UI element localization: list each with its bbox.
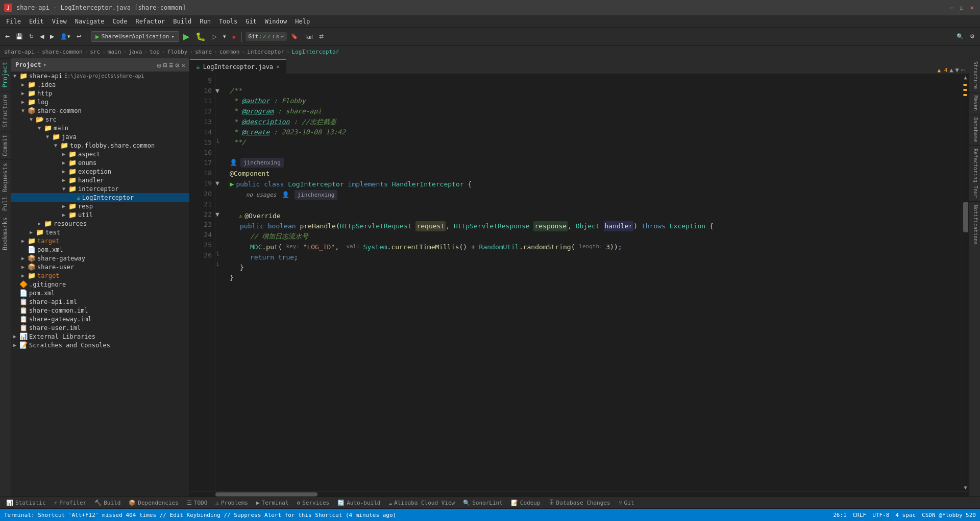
scroll-track[interactable] (962, 81, 969, 484)
bc-share[interactable]: share (195, 49, 212, 55)
tree-resp[interactable]: ▶ 📁 resp (11, 202, 189, 210)
menu-tools[interactable]: Tools (215, 17, 241, 26)
toolbar-save-btn[interactable]: 💾 (14, 30, 25, 43)
tree-share-user-iml[interactable]: 📋 share-user.iml (11, 323, 189, 332)
menu-window[interactable]: Window (261, 17, 291, 26)
tab-dependencies[interactable]: 📦 Dependencies (125, 499, 182, 507)
pull-requests-tab[interactable]: Pull Requests (0, 159, 11, 214)
tree-share-gateway-iml[interactable]: 📋 share-gateway.iml (11, 315, 189, 323)
settings-tree-icon[interactable]: ⚙ (175, 61, 179, 69)
menu-file[interactable]: File (2, 17, 25, 26)
horizontal-scrollbar[interactable] (190, 491, 969, 496)
fold-close2[interactable]: └ (215, 250, 226, 260)
notifications-tab[interactable]: Notifications (969, 202, 980, 248)
bc-main[interactable]: main (108, 49, 121, 55)
refactoring-tour-tab[interactable]: Refactoring Tour (969, 146, 980, 201)
tab-profiler[interactable]: ⚡ Profiler (50, 499, 91, 507)
scroll-thumb[interactable] (963, 202, 968, 232)
minimize-button[interactable]: ─ (947, 4, 955, 12)
code-content[interactable]: /** * @author : Flobby * @program : shar… (226, 74, 962, 491)
tree-scratches[interactable]: ▶ 📝 Scratches and Consoles (11, 341, 189, 349)
toolbar-search[interactable]: 🔍 (954, 30, 966, 43)
bc-java[interactable]: java (129, 49, 142, 55)
project-tab[interactable]: Project (0, 58, 11, 91)
close-panel-icon[interactable]: ✕ (181, 61, 185, 69)
bc-interceptor[interactable]: interceptor (247, 49, 284, 55)
tab-statistic[interactable]: 📊 Statistic (2, 499, 50, 507)
tree-share-common-iml[interactable]: 📋 share-common.iml (11, 306, 189, 315)
structure-panel-tab[interactable]: Structure (969, 58, 980, 92)
toolbar-refresh-btn[interactable]: ↻ (27, 30, 36, 43)
tree-share-api-iml[interactable]: 📋 share-api.iml (11, 297, 189, 306)
toolbar-translate[interactable]: ⇄ (317, 30, 326, 43)
project-dropdown-icon[interactable]: ▾ (43, 62, 47, 68)
bc-src[interactable]: src (90, 49, 100, 55)
tree-enums[interactable]: ▶ 📁 enums (11, 158, 189, 167)
tree-target-root[interactable]: ▶ 📁 target (11, 271, 189, 280)
tab-build[interactable]: 🔨 Build (90, 499, 125, 507)
debug-button[interactable]: 🐛 (193, 32, 208, 41)
tab-db-changes[interactable]: 🗄 Database Changes (545, 499, 615, 507)
tab-close-icon[interactable]: ✕ (276, 63, 280, 70)
tree-resources[interactable]: ▶ 📁 resources (11, 219, 189, 228)
stop-button[interactable]: ■ (230, 30, 238, 43)
cursor-position[interactable]: 26:1 (833, 512, 847, 518)
menu-help[interactable]: Help (291, 17, 314, 26)
scroll-down-btn[interactable]: ▼ (963, 484, 968, 491)
menu-git[interactable]: Git (241, 17, 261, 26)
tree-java[interactable]: ▼ 📁 java (11, 132, 189, 141)
maximize-button[interactable]: □ (958, 4, 966, 12)
tree-idea[interactable]: ▶ 📁 .idea (11, 80, 189, 89)
run-button[interactable]: ▶ (181, 32, 191, 41)
tree-http[interactable]: ▶ 📁 http (11, 89, 189, 98)
structure-tab-left[interactable]: Structure (0, 91, 11, 131)
fold-open3[interactable]: ▼ (215, 209, 226, 220)
tab-problems[interactable]: ⚠ Problems (211, 499, 252, 507)
maven-tab[interactable]: Maven (969, 92, 980, 114)
menu-run[interactable]: Run (195, 17, 215, 26)
toolbar-bookmark[interactable]: 🔖 (289, 30, 300, 43)
tree-package[interactable]: ▼ 📁 top.flobby.share.common (11, 141, 189, 150)
tab-codeup[interactable]: 📝 Codeup (507, 499, 545, 507)
toolbar-nav-back[interactable]: ◀ (38, 30, 46, 43)
tab-sonarlint[interactable]: 🔍 SonarLint (459, 499, 507, 507)
tree-src[interactable]: ▼ 📂 src (11, 115, 189, 124)
fold-close[interactable]: └ (215, 137, 226, 148)
menu-view[interactable]: View (48, 17, 71, 26)
tab-todo[interactable]: ☰ TODO (183, 499, 212, 507)
tree-handler[interactable]: ▶ 📁 handler (11, 176, 189, 184)
toolbar-recent[interactable]: 👤▾ (58, 30, 72, 43)
tree-test[interactable]: ▶ 📁 test (11, 228, 189, 236)
toolbar-settings[interactable]: ⚙ (968, 30, 977, 43)
run-gutter-icon[interactable]: ▶ (230, 179, 234, 190)
run-coverage-btn[interactable]: ▷ (210, 33, 219, 40)
close-button[interactable]: ✕ (968, 4, 976, 12)
fold-close3[interactable]: └ (215, 261, 226, 271)
sort-icon[interactable]: ≡ (169, 61, 174, 69)
tab-alibaba[interactable]: ☁ Alibaba Cloud View (384, 499, 459, 507)
tab-loginterceptor[interactable]: ☕ LogInterceptor.java ✕ (190, 59, 286, 74)
tree-pom-root[interactable]: 📄 pom.xml (11, 289, 189, 297)
tree-share-common[interactable]: ▼ 📦 share-common (11, 106, 189, 115)
bookmarks-tab[interactable]: Bookmarks (0, 214, 11, 253)
h-scroll-thumb[interactable] (215, 492, 317, 496)
tail-button[interactable]: Tail (302, 30, 315, 43)
menu-code[interactable]: Code (109, 17, 132, 26)
menu-navigate[interactable]: Navigate (71, 17, 109, 26)
menu-build[interactable]: Build (169, 17, 195, 26)
toolbar-back-btn[interactable]: ⬅ (3, 30, 12, 43)
tab-terminal[interactable]: ▶ Terminal (252, 499, 293, 507)
tree-log[interactable]: ▶ 📁 log (11, 98, 189, 106)
tree-interceptor[interactable]: ▼ 📁 interceptor (11, 184, 189, 193)
encoding[interactable]: UTF-8 (872, 512, 889, 518)
bc-top[interactable]: top (150, 49, 160, 55)
indent-info[interactable]: 4 spac (895, 512, 916, 518)
bc-flobby[interactable]: flobby (167, 49, 188, 55)
scroll-up-btn[interactable]: ▲ (963, 74, 968, 81)
tree-loginterceptor[interactable]: ☕ LogInterceptor (11, 193, 189, 202)
tree-target-sc[interactable]: ▶ 📁 target (11, 236, 189, 245)
tree-main[interactable]: ▼ 📁 main (11, 124, 189, 132)
tree-share-gateway[interactable]: ▶ 📦 share-gateway (11, 254, 189, 263)
bc-share-common[interactable]: share-common (42, 49, 82, 55)
tab-auto-build[interactable]: 🔄 Auto-build (333, 499, 384, 507)
